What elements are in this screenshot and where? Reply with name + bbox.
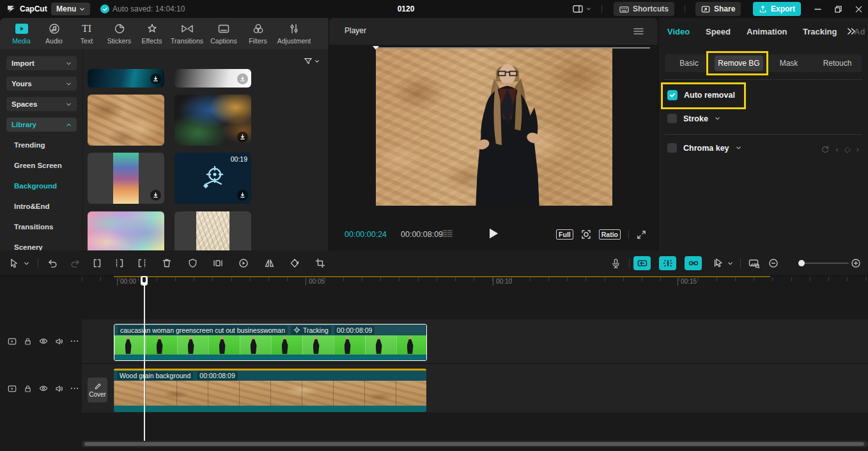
stroke-checkbox[interactable]	[667, 114, 677, 123]
inspector-tab-video[interactable]: Video	[667, 27, 690, 36]
auto-snapping-toggle[interactable]	[659, 256, 676, 270]
playhead-line[interactable]	[144, 276, 145, 444]
sidebar-item-trending[interactable]: Trending	[14, 139, 45, 151]
freeze-frame-tool[interactable]	[210, 256, 226, 271]
delete-left-tool[interactable]	[112, 256, 127, 271]
thumbnail-wood-grain[interactable]	[88, 95, 164, 146]
add-keyframe-icon[interactable]: ◇	[844, 144, 851, 154]
sidebar-group-import[interactable]: Import	[6, 56, 77, 70]
thumbnail-iridescent[interactable]	[174, 95, 251, 146]
thumbnail-grayscale[interactable]	[174, 69, 251, 88]
toggle-visibility-icon[interactable]	[39, 385, 48, 392]
minimize-button[interactable]	[810, 0, 825, 18]
share-button[interactable]: Share	[695, 2, 741, 16]
sidebar-item-intro-end[interactable]: Intro&End	[14, 200, 50, 213]
speed-tool[interactable]	[236, 256, 251, 271]
timeline-zoom-slider[interactable]	[800, 263, 849, 264]
thumbnail-gradient-strip[interactable]	[88, 153, 164, 204]
close-button[interactable]	[851, 0, 865, 18]
chevron-down-icon[interactable]	[715, 116, 720, 121]
frame-grid-icon[interactable]	[442, 229, 453, 239]
track-more-icon[interactable]	[70, 340, 79, 342]
tab-adjustment[interactable]: Adjustment	[274, 22, 314, 45]
tab-transitions[interactable]: Transitions	[168, 22, 206, 45]
tab-audio[interactable]: Audio	[38, 22, 70, 45]
play-button[interactable]	[488, 227, 499, 240]
layout-switcher[interactable]	[573, 0, 591, 18]
player-menu-icon[interactable]	[633, 27, 644, 35]
select-tool[interactable]	[6, 256, 22, 271]
scrollbar-thumb[interactable]	[84, 442, 864, 446]
filter-button[interactable]	[304, 57, 320, 65]
clip-wood-background[interactable]: Wood grain background 00:00:08:09	[114, 369, 426, 412]
subtab-mask[interactable]: Mask	[764, 54, 813, 72]
mute-track-link-toggle[interactable]	[633, 256, 651, 270]
linking-toggle[interactable]	[685, 256, 702, 270]
zoom-in-button[interactable]	[848, 256, 864, 271]
sidebar-item-transitions[interactable]: Transitions	[14, 220, 53, 233]
subtab-retouch[interactable]: Retouch	[813, 54, 862, 72]
mask-tool[interactable]	[185, 256, 200, 271]
undo-button[interactable]	[45, 256, 60, 271]
download-icon[interactable]	[150, 73, 161, 84]
thumbnail-tracking-video[interactable]: 00:19	[174, 153, 251, 204]
tab-media[interactable]: Media	[5, 22, 38, 45]
prev-keyframe-icon[interactable]: ‹	[835, 144, 838, 154]
download-icon[interactable]	[237, 132, 248, 142]
select-tool-caret[interactable]	[22, 256, 31, 271]
full-button[interactable]: Full	[556, 229, 573, 240]
rotate-tool[interactable]	[287, 256, 302, 271]
redo-button[interactable]	[68, 256, 83, 271]
delete-tool[interactable]	[159, 256, 174, 271]
next-keyframe-icon[interactable]: ›	[856, 144, 859, 154]
delete-right-tool[interactable]	[134, 256, 150, 271]
thumbnail-holographic[interactable]	[88, 211, 164, 250]
track-more-icon[interactable]	[70, 387, 79, 390]
timeline-horizontal-scrollbar[interactable]	[82, 441, 868, 447]
inspector-tab-animation[interactable]: Animation	[747, 27, 787, 36]
tab-filters[interactable]: Filters	[242, 22, 274, 45]
tab-stickers[interactable]: Stickers	[103, 22, 136, 45]
reset-icon[interactable]	[821, 145, 830, 154]
fullscreen-icon[interactable]	[637, 230, 646, 240]
record-voiceover-button[interactable]	[608, 256, 623, 271]
thumbnail-paper-strip[interactable]	[174, 211, 251, 250]
download-icon[interactable]	[237, 73, 248, 84]
thumbnail-blue-gradient[interactable]	[88, 69, 164, 88]
sidebar-item-background[interactable]: Background	[14, 180, 57, 192]
sidebar-group-yours[interactable]: Yours	[6, 77, 77, 91]
tab-captions[interactable]: Captions	[206, 22, 242, 45]
export-button[interactable]: Export	[753, 2, 801, 16]
collapse-panel-icon[interactable]	[846, 27, 856, 35]
timeline-preview-tool[interactable]	[747, 256, 762, 271]
restore-button[interactable]	[831, 0, 845, 18]
playhead-handle[interactable]	[141, 276, 148, 286]
sidebar-group-spaces[interactable]: Spaces	[6, 97, 77, 111]
mute-track-icon[interactable]	[55, 385, 63, 393]
edit-cover-button[interactable]: Cover	[88, 378, 107, 402]
tab-text[interactable]: TI Text	[70, 22, 103, 45]
sidebar-group-library[interactable]: Library	[6, 118, 77, 132]
mute-track-icon[interactable]	[55, 337, 63, 346]
mirror-tool[interactable]	[261, 256, 277, 271]
zoom-selection-icon[interactable]	[581, 229, 591, 240]
crop-tool[interactable]	[313, 256, 328, 271]
clip-greenscreen-woman[interactable]: caucasian woman greenscreen cut out busi…	[114, 324, 427, 361]
shortcuts-button[interactable]: Shortcuts	[614, 2, 674, 16]
timeline-ruler[interactable]	[82, 277, 868, 281]
lock-track-icon[interactable]	[24, 337, 32, 346]
preview-snap-caret[interactable]	[725, 256, 734, 271]
zoom-slider-thumb[interactable]	[798, 260, 805, 266]
split-tool[interactable]	[89, 256, 105, 271]
tab-effects[interactable]: Effects	[136, 22, 168, 45]
lock-track-icon[interactable]	[24, 385, 32, 393]
zoom-out-button[interactable]	[766, 256, 781, 271]
preview-snap-tool[interactable]	[711, 256, 726, 271]
toggle-visibility-icon[interactable]	[39, 337, 48, 345]
inspector-tab-tracking[interactable]: Tracking	[803, 27, 837, 36]
menu-button[interactable]: Menu	[51, 3, 90, 15]
sidebar-item-green-screen[interactable]: Green Screen	[14, 159, 62, 172]
download-icon[interactable]	[150, 190, 161, 201]
chevron-down-icon[interactable]	[736, 145, 741, 151]
ratio-button[interactable]: Ratio	[599, 229, 621, 240]
